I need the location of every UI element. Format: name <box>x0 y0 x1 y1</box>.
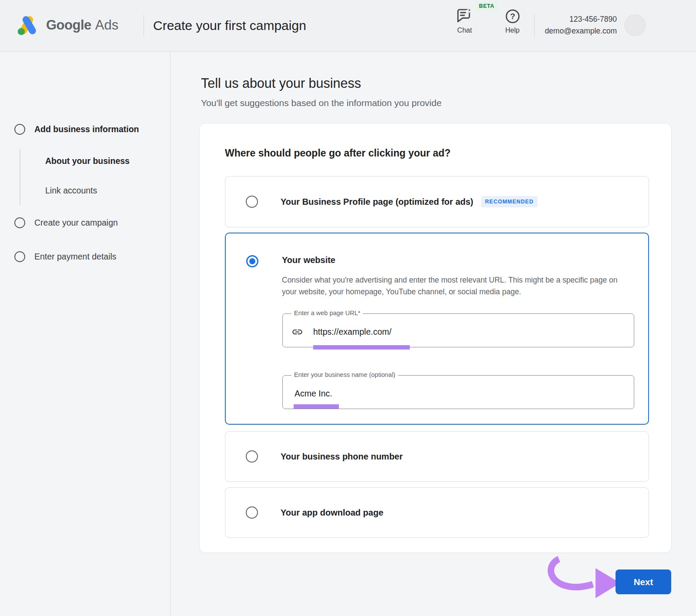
radio-your-website[interactable] <box>246 255 258 267</box>
annotation-highlight-url <box>313 345 410 350</box>
step-connector-line <box>20 149 20 205</box>
sidebar-step-add-business-information[interactable]: Add business information <box>14 124 139 135</box>
brand-text: Google Ads <box>46 17 118 33</box>
stepper-sidebar: Add business information About your busi… <box>0 52 171 616</box>
url-field: Enter a web page URL* <box>282 313 634 347</box>
option-business-profile-page[interactable]: Your Business Profile page (optimized fo… <box>225 176 649 227</box>
option-label: Your app download page <box>281 508 383 518</box>
header-divider <box>144 15 144 37</box>
step-circle-icon <box>14 124 25 135</box>
step-circle-icon <box>14 217 25 228</box>
option-app-download-page[interactable]: Your app download page <box>225 487 649 538</box>
business-name-field: Enter your business name (optional) <box>282 375 634 409</box>
option-label: Your business phone number <box>281 452 403 462</box>
next-button[interactable]: Next <box>616 569 671 594</box>
annotation-highlight-name <box>294 404 339 409</box>
section-title: Tell us about your business <box>201 76 361 91</box>
option-your-website[interactable]: Your website Consider what you're advert… <box>225 233 649 425</box>
option-label-text: Your Business Profile page (optimized fo… <box>281 197 473 207</box>
brand-google: Google <box>46 17 91 33</box>
content-card: Where should people go after clicking yo… <box>199 123 672 553</box>
option-business-phone-number[interactable]: Your business phone number <box>225 431 649 482</box>
help-button[interactable]: ? Help <box>499 8 525 34</box>
sidebar-step-create-your-campaign[interactable]: Create your campaign <box>14 217 118 228</box>
chat-icon <box>457 8 472 23</box>
help-label: Help <box>499 27 525 34</box>
sidebar-step-enter-payment-details[interactable]: Enter payment details <box>14 251 117 262</box>
app-header: Google Ads Create your first campaign Ch… <box>0 0 696 52</box>
option-label: Your Business Profile page (optimized fo… <box>281 196 538 207</box>
sidebar-substep-link-accounts[interactable]: Link accounts <box>45 186 97 196</box>
step-circle-icon <box>14 251 25 262</box>
web-page-url-input[interactable] <box>283 314 634 347</box>
step-label: Enter payment details <box>34 252 117 262</box>
page-title: Create your first campaign <box>153 0 306 51</box>
business-name-input[interactable] <box>283 376 634 409</box>
avatar[interactable] <box>624 14 646 36</box>
account-phone: 123-456-7890 <box>545 13 617 25</box>
option-description: Consider what you're advertising and ent… <box>282 274 630 298</box>
radio-business-profile[interactable] <box>246 196 258 208</box>
radio-app-download[interactable] <box>246 506 258 519</box>
question-heading: Where should people go after clicking yo… <box>225 147 451 159</box>
recommended-badge: RECOMMENDED <box>481 196 538 207</box>
brand-ads: Ads <box>95 17 118 33</box>
annotation-arrow <box>537 547 624 601</box>
svg-text:?: ? <box>510 12 515 21</box>
step-label: Create your campaign <box>34 218 118 228</box>
step-label: Add business information <box>34 124 139 134</box>
google-ads-triangle-icon <box>17 14 39 37</box>
sidebar-substep-about-your-business[interactable]: About your business <box>45 156 130 166</box>
beta-badge: BETA <box>475 1 498 11</box>
google-ads-logo: Google Ads <box>17 14 118 37</box>
account-info: 123-456-7890 demo@example.com <box>545 13 617 37</box>
account-email: demo@example.com <box>545 25 617 37</box>
help-icon: ? <box>505 9 520 23</box>
section-subtitle: You'll get suggestions based on the info… <box>201 98 442 108</box>
chat-button[interactable]: Chat <box>451 8 478 34</box>
chat-label: Chat <box>451 27 478 34</box>
option-label: Your website <box>282 255 335 265</box>
radio-phone-number[interactable] <box>246 450 258 463</box>
page: Google Ads Create your first campaign Ch… <box>0 0 696 616</box>
header-divider-2 <box>534 14 535 37</box>
